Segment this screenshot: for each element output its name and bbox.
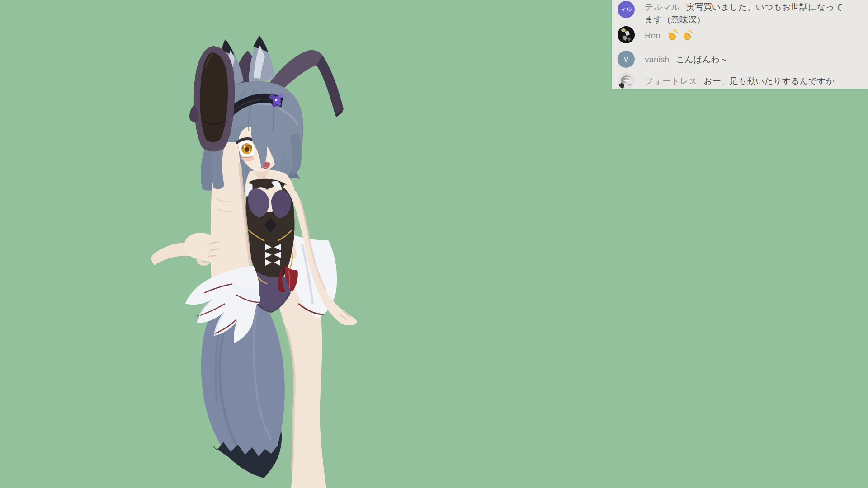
avatar-photo-light — [618, 72, 635, 89]
chat-message: フォートレスおー、足も動いたりするんですか — [645, 72, 852, 88]
chat-message-text: こんばんわ～ — [676, 55, 728, 64]
vtuber-stage: マル テルマル実写買いました、いつもお世話になってます（意味深） Ren — [0, 0, 868, 488]
chat-message-row[interactable]: フォートレスおー、足も動いたりするんですか — [618, 72, 863, 89]
chat-message-text: おー、足も動いたりするんですか — [703, 76, 835, 86]
avatar-photo-dark — [618, 26, 635, 43]
chat-username: vanish — [645, 55, 670, 64]
avatar[interactable]: マル — [618, 1, 635, 18]
chat-message-row[interactable]: v vanishこんばんわ～ — [618, 51, 863, 68]
chat-message: Ren — [645, 26, 852, 42]
clapping-hands-emoji — [682, 29, 694, 41]
chat-message-row[interactable]: マル テルマル実写買いました、いつもお世話になってます（意味深） — [618, 1, 863, 26]
emoji-row — [667, 29, 694, 41]
clapping-hands-emoji — [667, 29, 679, 41]
avatar[interactable] — [618, 26, 635, 43]
chat-username: テルマル — [645, 2, 680, 12]
chat-message-row[interactable]: Ren — [618, 26, 863, 43]
chat-message: vanishこんばんわ～ — [645, 51, 852, 66]
avatar[interactable]: v — [618, 51, 635, 68]
live-chat-overlay: マル テルマル実写買いました、いつもお世話になってます（意味深） Ren — [612, 0, 868, 89]
chat-username: フォートレス — [645, 76, 697, 86]
chat-username: Ren — [645, 31, 660, 40]
gripping-hand — [151, 233, 222, 266]
avatar[interactable] — [618, 72, 635, 89]
chat-message: テルマル実写買いました、いつもお世話になってます（意味深） — [645, 1, 852, 26]
raised-shoe — [189, 46, 235, 152]
